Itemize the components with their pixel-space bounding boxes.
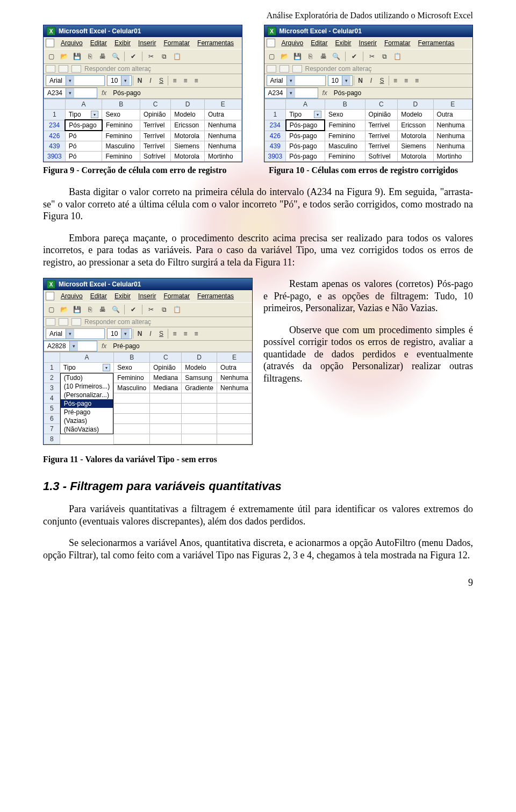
menu-ferramentas[interactable]: Ferramentas [194,38,237,48]
menu-arquivo[interactable]: Arquivo [58,38,86,48]
cell[interactable]: Terrível [140,141,171,152]
bold-button[interactable]: N [134,328,145,339]
col-header-a[interactable]: A [286,99,325,110]
spreadsheet-grid[interactable]: A B C D E 1 Tipo▾ Sexo Opinião Modelo Ou… [44,352,252,444]
col-header-e[interactable]: E [205,99,241,110]
cell[interactable]: Masculino [102,141,140,152]
menu-ferramentas[interactable]: Ferramentas [194,291,237,301]
col-header-c[interactable]: C [140,99,171,110]
cell[interactable]: Feminino [102,120,140,131]
fx-icon[interactable]: fx [318,89,332,97]
copy-icon[interactable]: ⧉ [379,51,390,62]
chevron-down-icon[interactable]: ▾ [286,88,295,98]
cell[interactable]: Motorola [171,131,205,141]
cell[interactable] [217,424,252,434]
row-header[interactable]: 2 [44,373,60,383]
cell[interactable] [217,414,252,424]
filter-option[interactable]: (Tudo) [61,373,113,382]
filter-option[interactable]: (Personalizar...) [61,391,113,399]
print-icon[interactable]: 🖶 [97,304,108,315]
save-as-icon[interactable]: ⎘ [84,304,95,315]
cell[interactable]: Masculino [114,383,150,393]
cell[interactable] [150,424,182,434]
cell[interactable]: Motorola [398,152,433,162]
chevron-down-icon[interactable]: ▾ [121,76,130,85]
menu-editar[interactable]: Editar [307,38,331,48]
cell[interactable]: Sexo [114,363,150,373]
cut-icon[interactable]: ✂ [146,304,156,315]
cell[interactable]: Pós-pago [286,152,325,162]
row-header[interactable]: 8 [44,434,60,444]
copy-icon[interactable]: ⧉ [159,51,169,62]
cell[interactable]: Tipo▾ [60,363,113,373]
chevron-down-icon[interactable]: ▾ [342,76,350,85]
cell[interactable]: Modelo [171,110,205,120]
menu-inserir[interactable]: Inserir [135,38,159,48]
cell[interactable] [182,434,217,444]
italic-button[interactable]: I [145,75,156,86]
new-icon[interactable]: ▢ [46,304,56,315]
cut-icon[interactable]: ✂ [367,51,377,62]
cell[interactable]: Tipo▾ [286,110,325,120]
cell[interactable]: Opinião [365,110,398,120]
cell[interactable]: Modelo [398,110,433,120]
cell[interactable]: Nenhuma [217,373,252,383]
menu-formatar[interactable]: Formatar [160,291,193,301]
cell[interactable]: Opinião [140,110,171,120]
bold-button[interactable]: N [134,75,145,86]
row-header[interactable]: 234 [264,120,286,131]
copy-icon[interactable]: ⧉ [159,304,169,315]
name-box[interactable]: A2828▾ [44,341,97,351]
cell[interactable]: Nenhuma [217,383,252,393]
col-header-d[interactable]: D [171,99,205,110]
col-header-e[interactable]: E [433,99,472,110]
menu-editar[interactable]: Editar [87,291,110,301]
cell[interactable]: Motorola [398,131,433,141]
filter-option[interactable]: (NãoVazias) [61,425,113,434]
cell[interactable]: Feminino [325,131,365,141]
menu-inserir[interactable]: Inserir [356,38,380,48]
paste-icon[interactable]: 📋 [171,51,182,62]
cell[interactable]: Terrível [140,131,171,141]
autofilter-popup[interactable]: (Tudo) (10 Primeiros...) (Personalizar..… [60,373,113,444]
cell[interactable]: Siemens [398,141,433,152]
row-header[interactable]: 234 [44,120,66,131]
align-right-icon[interactable]: ≡ [191,328,202,339]
font-size-combo[interactable]: 10▾ [107,328,132,339]
cell[interactable]: Outra [217,363,252,373]
row-header[interactable]: 1 [44,110,66,120]
cell[interactable]: Pós-pago [286,141,325,152]
paste-icon[interactable]: 📋 [392,51,403,62]
filter-dropdown-icon[interactable]: ▾ [314,111,321,118]
formula-value[interactable]: Pós-pago [111,89,142,97]
align-left-icon[interactable]: ≡ [169,328,180,339]
search-icon[interactable]: 🔍 [110,304,121,315]
cell[interactable] [150,414,182,424]
menu-exibir[interactable]: Exibir [111,38,134,48]
menu-arquivo[interactable]: Arquivo [58,291,86,301]
cell[interactable]: Sofrível [140,152,171,162]
cell[interactable]: Samsung [182,373,217,383]
chevron-down-icon[interactable]: ▾ [66,88,74,98]
row-header[interactable]: 7 [44,424,60,434]
cell[interactable]: Sexo [102,110,140,120]
new-icon[interactable]: ▢ [267,51,277,62]
cell[interactable]: Ericsson [398,120,433,131]
filter-dropdown-icon[interactable]: ▾ [91,111,98,118]
menu-editar[interactable]: Editar [87,38,110,48]
cell[interactable]: Feminino [114,373,150,383]
col-header-b[interactable]: B [325,99,365,110]
new-icon[interactable]: ▢ [46,51,56,62]
fx-icon[interactable]: fx [97,342,111,350]
formula-value[interactable]: Pré-pago [111,342,141,350]
cell[interactable]: Terrível [365,141,398,152]
cell[interactable] [182,414,217,424]
chevron-down-icon[interactable]: ▾ [66,329,74,339]
italic-button[interactable]: I [145,328,156,339]
open-icon[interactable]: 📂 [280,51,290,62]
cell[interactable]: Siemens [171,141,205,152]
cell[interactable]: Outra [433,110,472,120]
cell[interactable]: Mediana [150,373,182,383]
row-header[interactable]: 4 [44,393,60,404]
row-header[interactable]: 1 [264,110,286,120]
